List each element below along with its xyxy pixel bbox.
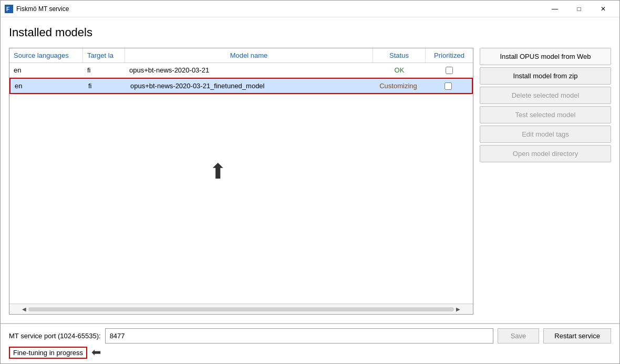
cell-source-0: en: [9, 63, 83, 77]
col-target: Target la: [83, 48, 125, 63]
cell-target-0: fi: [83, 63, 125, 77]
install-zip-button[interactable]: Install model from zip: [480, 67, 611, 85]
main-content: Installed models Source languages Target…: [1, 17, 619, 323]
scroll-left-icon[interactable]: ◀: [20, 305, 28, 314]
scroll-right-icon[interactable]: ▶: [454, 305, 462, 314]
status-bar: MT service port (1024-65535): Save Resta…: [1, 323, 619, 363]
fine-tuning-row: Fine-tuning in progress ⬅: [9, 346, 611, 359]
prioritized-checkbox-0[interactable]: [446, 67, 453, 74]
install-opus-button[interactable]: Install OPUS model from Web: [480, 48, 611, 65]
save-button[interactable]: Save: [498, 328, 540, 344]
port-input[interactable]: [105, 328, 493, 344]
minimize-button[interactable]: —: [543, 1, 567, 17]
table-row[interactable]: en fi opus+bt-news-2020-03-21 OK: [9, 63, 473, 78]
title-bar: F Fiskmö MT service — □ ✕: [1, 1, 619, 17]
maximize-button[interactable]: □: [567, 1, 591, 17]
table-row[interactable]: en fi opus+bt-news-2020-03-21_finetuned_…: [9, 78, 473, 94]
open-dir-button[interactable]: Open model directory: [480, 145, 611, 162]
cell-model-0: opus+bt-news-2020-03-21: [125, 63, 373, 77]
restart-service-button[interactable]: Restart service: [543, 328, 611, 344]
close-button[interactable]: ✕: [591, 1, 615, 17]
table-scrollbar[interactable]: ◀ ▶: [9, 304, 473, 314]
port-row: MT service port (1024-65535): Save Resta…: [9, 328, 611, 344]
col-source: Source languages: [9, 48, 83, 63]
fine-tuning-status: Fine-tuning in progress: [9, 347, 87, 359]
table-header: Source languages Target la Model name St…: [9, 48, 473, 63]
window-controls: — □ ✕: [543, 1, 615, 17]
cell-status-1: Customizing: [372, 79, 425, 93]
left-arrow-icon: ⬅: [91, 346, 101, 359]
page-title: Installed models: [9, 26, 611, 39]
table-body: en fi opus+bt-news-2020-03-21 OK en fi o…: [9, 63, 473, 304]
delete-model-button[interactable]: Delete selected model: [480, 87, 611, 104]
port-label: MT service port (1024-65535):: [9, 332, 101, 340]
right-panel: Install OPUS model from Web Install mode…: [480, 48, 611, 315]
window-title: Fiskmö MT service: [16, 5, 543, 13]
col-prioritized: Prioritized: [426, 48, 473, 63]
app-icon: F: [5, 5, 13, 13]
content-area: Source languages Target la Model name St…: [9, 48, 611, 315]
cell-prioritized-0[interactable]: [426, 63, 473, 77]
cell-status-0: OK: [373, 63, 426, 77]
main-window: F Fiskmö MT service — □ ✕ Installed mode…: [0, 0, 620, 364]
col-status: Status: [373, 48, 426, 63]
cell-source-1: en: [11, 79, 84, 93]
svg-text:F: F: [6, 6, 9, 12]
col-model: Model name: [125, 48, 373, 63]
cell-target-1: fi: [84, 79, 126, 93]
test-model-button[interactable]: Test selected model: [480, 106, 611, 123]
models-table-container: Source languages Target la Model name St…: [9, 48, 473, 315]
cell-prioritized-1[interactable]: [425, 79, 472, 93]
upload-arrow-icon: ⬆: [209, 159, 227, 183]
cell-model-1: opus+bt-news-2020-03-21_finetuned_model: [126, 79, 372, 93]
prioritized-checkbox-1[interactable]: [445, 82, 452, 90]
edit-tags-button[interactable]: Edit model tags: [480, 126, 611, 143]
scrollbar-track[interactable]: [28, 307, 454, 311]
